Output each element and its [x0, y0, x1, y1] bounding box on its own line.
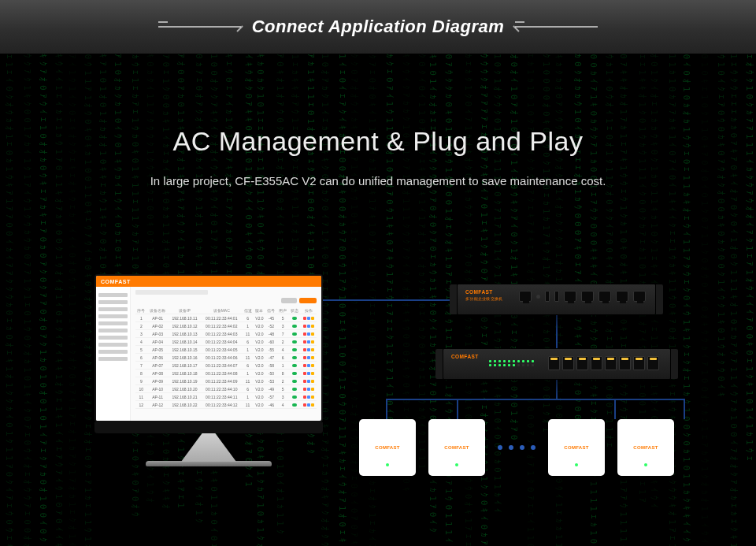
- wire-drop-ap2: [457, 399, 458, 419]
- poe-switch-device: COMFAST: [443, 348, 671, 380]
- monitor-stand: [181, 433, 236, 462]
- mgmt-logo: COMFAST: [101, 279, 131, 284]
- access-point: COMFAST: [548, 419, 605, 476]
- topology-diagram: COMFAST 序号设备名称设备IP设备MAC信道版本信号用户状态操作 1AP-…: [0, 274, 756, 546]
- wire-drop-ap4: [684, 399, 685, 419]
- device-table: 序号设备名称设备IP设备MAC信道版本信号用户状态操作 1AP-01192.16…: [135, 306, 317, 409]
- headline-subtitle: In large project, CF-E355AC V2 can do un…: [0, 174, 756, 188]
- access-point: COMFAST: [617, 419, 674, 476]
- monitor-bezel: [94, 422, 323, 433]
- access-point: COMFAST: [359, 419, 416, 476]
- mgmt-main: 序号设备名称设备IP设备MAC信道版本信号用户状态操作 1AP-01192.16…: [131, 287, 321, 421]
- ellipsis-icon: [498, 445, 536, 450]
- wire-gateway-to-switch: [556, 315, 558, 348]
- wire-drop-ap1: [386, 399, 387, 419]
- mgmt-titlebar: COMFAST: [96, 276, 321, 287]
- switch-ports: [548, 356, 659, 370]
- wire-switch-down: [556, 380, 558, 399]
- wire-drop-ap3: [614, 399, 616, 419]
- access-point: COMFAST: [428, 419, 485, 476]
- mgmt-sidebar: [96, 287, 131, 421]
- gateway-brand: COMFAST: [465, 289, 493, 295]
- divider-left-icon: [158, 26, 241, 28]
- section-header: Connect Application Diagram: [0, 0, 756, 54]
- mgmt-action-buttons: [135, 298, 317, 303]
- headline-title: AC Management & Plug and Play: [0, 126, 756, 157]
- access-points-row: COMFAST COMFAST COMFAST COMFAST: [359, 419, 674, 476]
- wire-monitor-to-gateway: [323, 299, 458, 301]
- gateway-ports: [519, 291, 646, 302]
- wire-switch-bus: [386, 399, 685, 400]
- mgmt-breadcrumb: [135, 290, 208, 295]
- diagram-stage: 1ｴ1ｴｲ0ｸｵｳｶｵ1ｴ0ｶ1ｳｷｱ1ｱｱ00ｲｶｲｱｱｸｸｳｶ0ｴｶ0ｵｴｷ…: [0, 54, 756, 546]
- management-monitor: COMFAST 序号设备名称设备IP设备MAC信道版本信号用户状态操作 1AP-…: [94, 274, 323, 466]
- gateway-model: 多功能企业级交换机: [465, 297, 503, 301]
- switch-led-panel: [489, 360, 535, 366]
- monitor-base: [146, 461, 272, 466]
- ac-gateway-device: COMFAST 多功能企业级交换机: [457, 284, 656, 315]
- divider-right-icon: [515, 26, 598, 28]
- switch-brand: COMFAST: [451, 354, 479, 359]
- section-title: Connect Application Diagram: [252, 17, 505, 37]
- ac-management-ui: COMFAST 序号设备名称设备IP设备MAC信道版本信号用户状态操作 1AP-…: [96, 276, 321, 421]
